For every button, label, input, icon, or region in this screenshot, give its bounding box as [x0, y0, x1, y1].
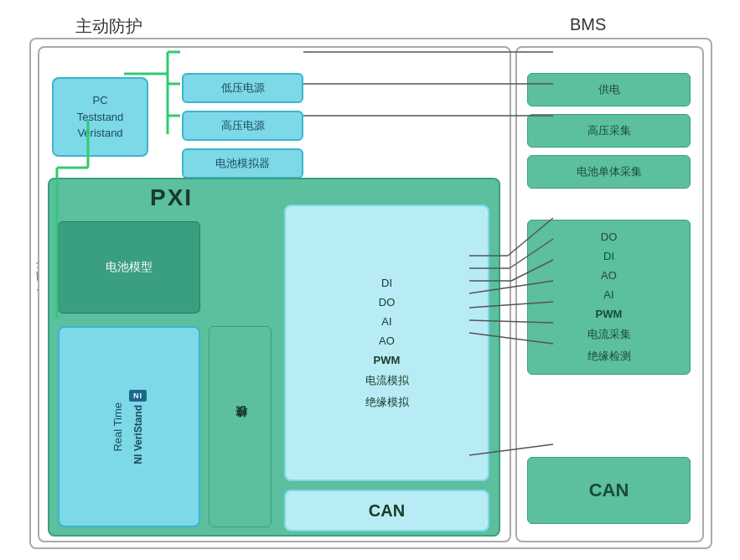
bms-supply: 供电 — [527, 73, 691, 106]
io-di: DI — [381, 277, 392, 289]
pc-box: PC Teststand Veristand — [52, 77, 148, 157]
pc-line2: Teststand — [77, 109, 124, 126]
can-box-left: CAN — [284, 490, 489, 531]
pxi-label: PXI — [150, 184, 193, 211]
pxi-box: PXI 电池模型 Real Time NI NI VeriStand — [48, 178, 500, 537]
ni-veristand-logo: NI NI VeriStand — [129, 390, 147, 464]
diagram-container: 主动防护 BMS BMS HiL系统 PC Teststand Veristan… — [0, 0, 740, 560]
bms-ao: AO — [601, 269, 617, 282]
battery-model-box: 电池模型 — [58, 221, 200, 314]
pc-line3: Veristand — [77, 125, 122, 142]
bms-top-boxes: 供电 高压采集 电池单体采集 — [527, 73, 691, 189]
ni-logo-box: NI — [129, 390, 147, 402]
realtime-label: Real Time — [111, 402, 124, 452]
io-current: 电流模拟 — [365, 373, 409, 388]
bms-hv-collect: 高压采集 — [527, 114, 691, 148]
bms-insulation: 绝缘检测 — [587, 349, 631, 364]
io-insulation: 绝缘模拟 — [365, 395, 409, 410]
io-ai: AI — [381, 315, 391, 328]
power-box-2: 电池模拟器 — [182, 148, 303, 179]
realtime-box: Real Time NI NI VeriStand — [58, 326, 200, 527]
power-box-1: 高压电源 — [182, 111, 303, 141]
io-do: DO — [379, 296, 396, 309]
io-pwm: PWM — [374, 354, 401, 366]
bms-current: 电流采集 — [587, 327, 631, 342]
bms-cell-collect: 电池单体采集 — [527, 155, 691, 189]
can-box-right: CAN — [527, 457, 691, 524]
ni-veristand-label: NI VeriStand — [132, 405, 144, 464]
bms-io-box: DO DI AO AI PWM 电流采集 绝缘检测 — [527, 220, 691, 375]
power-boxes-group: 低压电源 高压电源 电池模拟器 — [182, 73, 303, 179]
bms-do: DO — [601, 231, 618, 243]
io-ao: AO — [379, 334, 395, 347]
right-section-title: BMS — [570, 15, 606, 34]
power-box-0: 低压电源 — [182, 73, 303, 103]
bms-di: DI — [603, 250, 614, 262]
io-signals-box: DI DO AI AO PWM 电流模拟 绝缘模拟 — [284, 205, 489, 481]
software-module-box: 软件模块 — [209, 326, 272, 527]
left-section-title: 主动防护 — [75, 15, 142, 38]
outer-box: BMS HiL系统 PC Teststand Veristand 低压电源 高压… — [29, 38, 712, 549]
bms-pwm: PWM — [596, 308, 623, 320]
bms-ai: AI — [603, 288, 613, 301]
pc-line1: PC — [92, 92, 107, 109]
left-section-box: PC Teststand Veristand 低压电源 高压电源 电池模拟器 P… — [38, 46, 511, 542]
right-section-box: 供电 高压采集 电池单体采集 DO DI AO AI PWM 电流采集 绝缘检测… — [515, 46, 704, 542]
